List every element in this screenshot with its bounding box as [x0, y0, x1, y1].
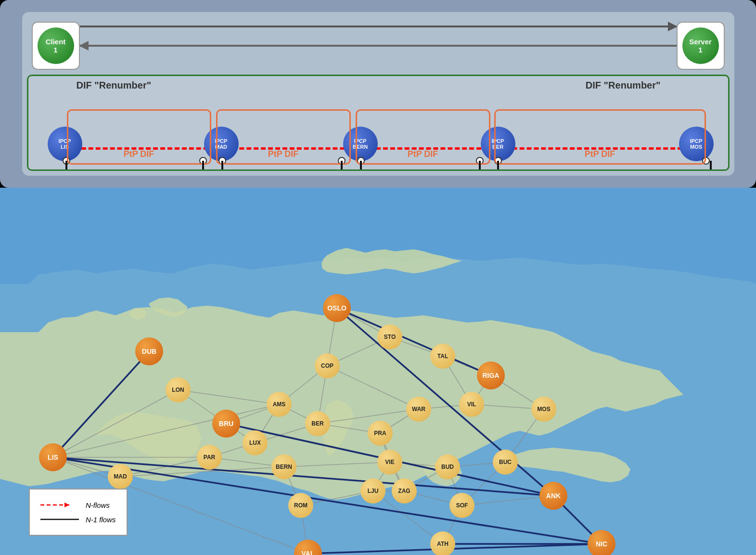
city-ath: ATH	[430, 531, 455, 555]
svg-marker-82	[64, 503, 69, 507]
server-label: Server	[689, 38, 712, 46]
city-oslo: OSLO	[323, 294, 351, 322]
city-ams: AMS	[267, 392, 292, 417]
city-nic: NIC	[588, 530, 615, 555]
city-sof: SOF	[449, 493, 474, 518]
city-dub: DUB	[135, 337, 163, 365]
city-bru: BRU	[212, 410, 240, 438]
city-mad: MAD	[108, 464, 133, 489]
city-riga: RIGA	[477, 361, 505, 389]
city-zag: ZAG	[392, 478, 417, 503]
city-mos: MOS	[531, 397, 556, 422]
bottom-section: LISMADDUBLONBRUPARLUXAMSBERBERNROMVALCOP…	[0, 188, 756, 555]
city-lis: LIS	[39, 443, 67, 471]
server-number: 1	[698, 46, 702, 54]
legend-item-nflows: N-flows	[40, 499, 116, 511]
city-par: PAR	[197, 445, 222, 470]
network-diagram: Client 1 Server 1 DIF "Renumber" DIF "Re…	[22, 12, 734, 176]
city-pra: PRA	[368, 421, 393, 446]
city-buc: BUC	[493, 450, 518, 475]
connection-lines	[28, 76, 728, 169]
city-lux: LUX	[243, 430, 268, 455]
client-label: Client	[46, 38, 66, 46]
city-rom: ROM	[288, 493, 313, 518]
nflow-label: N-flows	[86, 501, 110, 509]
city-vie: VIE	[377, 450, 402, 475]
right-arrow	[80, 26, 677, 27]
client-circle: Client 1	[38, 27, 74, 64]
legend-item-n1flows: N-1 flows	[40, 514, 116, 525]
legend: N-flows N-1 flows	[29, 489, 128, 536]
n1flow-label: N-1 flows	[86, 516, 116, 524]
city-sto: STO	[377, 324, 402, 349]
city-war: WAR	[406, 397, 431, 422]
city-vil: VIL	[459, 392, 484, 417]
city-bud: BUD	[435, 454, 460, 479]
n1flow-line-icon	[40, 514, 79, 525]
nflow-line-icon	[40, 499, 79, 511]
server-node: Server 1	[677, 22, 725, 70]
server-circle: Server 1	[682, 27, 719, 64]
dif-renumber-area: DIF "Renumber" DIF "Renumber" IPCP LIS I…	[27, 75, 730, 171]
city-lon: LON	[166, 377, 191, 402]
city-tal: TAL	[430, 344, 455, 369]
city-ber: BER	[305, 411, 330, 436]
left-arrow	[80, 45, 677, 47]
city-bern: BERN	[271, 454, 296, 479]
client-node: Client 1	[32, 22, 80, 70]
city-ank: ANK	[539, 482, 567, 510]
client-number: 1	[53, 46, 57, 54]
city-cop: COP	[315, 353, 340, 378]
top-section: Client 1 Server 1 DIF "Renumber" DIF "Re…	[0, 0, 756, 188]
city-lju: LJU	[360, 478, 385, 503]
